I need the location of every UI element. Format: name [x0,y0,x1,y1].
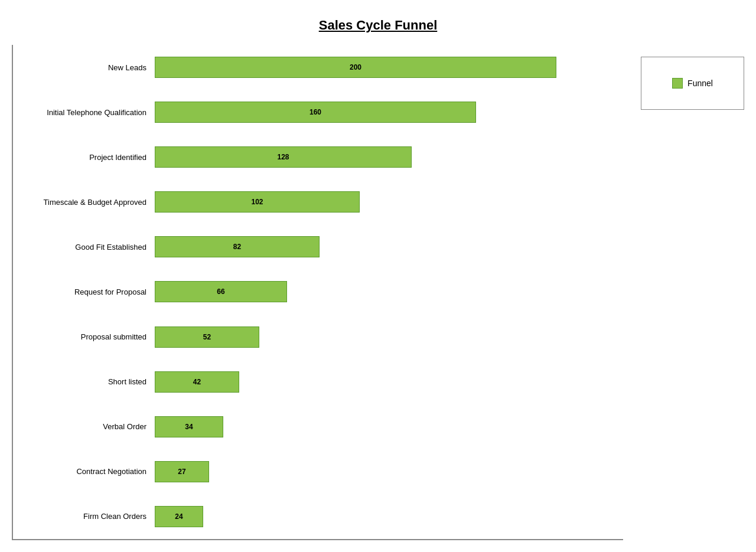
bar-row: Initial Telephone Qualification160 [19,96,623,129]
bar-container: 34 [155,416,623,437]
bar-label: Short listed [19,377,155,386]
bar-row: New Leads200 [19,51,623,84]
bar: 160 [155,102,476,123]
bar-label: Contract Negotiation [19,467,155,476]
bar: 82 [155,236,320,257]
bar-container: 66 [155,281,623,302]
bar-container: 82 [155,236,623,257]
bar: 66 [155,281,287,302]
bar-row: Proposal submitted52 [19,321,623,354]
bar-row: Verbal Order34 [19,410,623,443]
bar-container: 128 [155,146,623,168]
bar-label: New Leads [19,63,155,72]
bar-row: Request for Proposal66 [19,275,623,308]
bar-container: 160 [155,102,623,123]
bar-label: Firm Clean Orders [19,512,155,521]
chart-area: New Leads200Initial Telephone Qualificat… [12,45,744,540]
bar-row: Short listed42 [19,365,623,399]
bar: 24 [155,506,203,527]
bar-label: Proposal submitted [19,332,155,341]
bar: 200 [155,57,556,78]
bar-container: 52 [155,326,623,348]
legend-color-swatch [672,78,683,89]
bar: 128 [155,146,412,168]
legend-box: Funnel [641,57,744,110]
bar: 27 [155,461,209,482]
bar-row: Project Identified128 [19,141,623,174]
chart-wrapper: Sales Cycle Funnel New Leads200Initial T… [0,0,756,552]
bar-container: 24 [155,506,623,527]
bar-container: 200 [155,57,623,78]
legend-label: Funnel [687,79,713,88]
bar-container: 42 [155,371,623,393]
bars-section: New Leads200Initial Telephone Qualificat… [12,45,623,540]
bar-row: Good Fit Established82 [19,230,623,263]
bar: 102 [155,191,360,213]
bar-row: Timescale & Budget Approved102 [19,185,623,218]
legend-item: Funnel [672,78,713,89]
bar: 52 [155,326,259,348]
bar-container: 27 [155,461,623,482]
bar-label: Timescale & Budget Approved [19,198,155,207]
bar: 34 [155,416,223,437]
bar-row: Firm Clean Orders24 [19,500,623,533]
bar-label: Good Fit Established [19,243,155,251]
bar-label: Verbal Order [19,422,155,431]
bar-label: Project Identified [19,153,155,162]
bar-row: Contract Negotiation27 [19,455,623,488]
bar-container: 102 [155,191,623,213]
chart-title: Sales Cycle Funnel [319,18,438,33]
bar-label: Initial Telephone Qualification [19,108,155,117]
bar: 42 [155,371,239,393]
bar-label: Request for Proposal [19,288,155,296]
